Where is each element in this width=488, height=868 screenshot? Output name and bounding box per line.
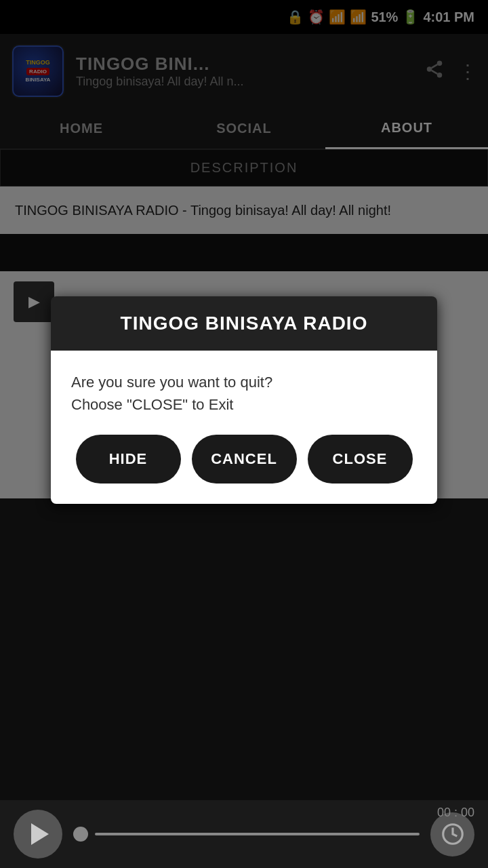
close-button[interactable]: CLOSE	[308, 435, 413, 484]
modal-buttons: HIDE CANCEL CLOSE	[71, 435, 417, 490]
modal-header: TINGOG BINISAYA RADIO	[51, 296, 437, 351]
time-display: 00 : 00	[437, 806, 474, 820]
modal-title: TINGOG BINISAYA RADIO	[121, 313, 368, 334]
progress-container	[73, 827, 420, 842]
play-icon	[31, 823, 49, 845]
progress-bar[interactable]	[95, 833, 420, 835]
play-button[interactable]	[14, 810, 62, 859]
modal-message: Are you sure you want to quit?Choose "CL…	[71, 371, 417, 416]
cancel-button[interactable]: CANCEL	[192, 435, 297, 484]
progress-dot	[73, 827, 88, 842]
modal-dialog: TINGOG BINISAYA RADIO Are you sure you w…	[51, 296, 437, 504]
hide-button[interactable]: HIDE	[76, 435, 181, 484]
modal-overlay: TINGOG BINISAYA RADIO Are you sure you w…	[0, 0, 488, 800]
modal-body: Are you sure you want to quit?Choose "CL…	[51, 351, 437, 504]
bottom-player: 00 : 00	[0, 800, 488, 868]
